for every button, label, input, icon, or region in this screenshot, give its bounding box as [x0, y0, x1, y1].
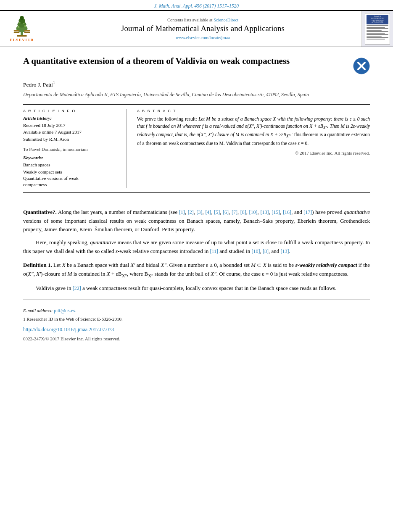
thumb-cover: Journal ofMATHEMATICALANALYSIS ANDAPPLIC… — [365, 13, 390, 45]
ref-7[interactable]: [7] — [232, 209, 237, 215]
ref-5[interactable]: [5] — [214, 209, 220, 215]
received-date: Received 18 July 2017 — [23, 122, 116, 129]
ref-16[interactable]: [16] — [283, 209, 291, 215]
dedication: To Paweł Domański, in memoriam — [23, 147, 116, 152]
ref-10[interactable]: [10] — [249, 209, 258, 215]
svg-rect-8 — [24, 32, 30, 33]
ref-3[interactable]: [3] — [197, 209, 203, 215]
column-divider — [126, 109, 127, 188]
ref-10b[interactable]: [10] — [251, 248, 260, 254]
thumb-line — [367, 34, 388, 35]
thumb-line — [367, 39, 385, 40]
keywords-section: Keywords: Banach spaces Weakly compact s… — [23, 155, 116, 188]
thumb-line — [367, 28, 388, 29]
doi-section: http://dx.doi.org/10.1016/j.jmaa.2017.07… — [0, 324, 393, 336]
keyword-1: Banach spaces — [23, 161, 116, 169]
svg-rect-1 — [17, 35, 26, 37]
footnote-rule — [23, 299, 370, 300]
ref-1[interactable]: [1] — [179, 209, 185, 215]
email-footnote: E-mail address: pitt@us.es. — [23, 307, 370, 314]
svg-point-5 — [20, 16, 24, 20]
keywords-title: Keywords: — [23, 155, 116, 160]
abstract-heading: A B S T R A C T — [137, 109, 370, 113]
and-text: and — [271, 248, 279, 254]
issn-line: 0022-247X/© 2017 Elsevier Inc. All right… — [0, 336, 393, 345]
article-info-heading: A R T I C L E I N F O — [23, 109, 116, 113]
article-title-text: A quantitative extension of a theorem of… — [23, 55, 353, 67]
thumb-line — [367, 25, 388, 26]
elsevier-logo: ELSEVIER — [0, 11, 44, 47]
footnotes: E-mail address: pitt@us.es. 1 Researcher… — [0, 304, 393, 323]
quantitative-italic: quantitative — [344, 209, 370, 215]
contents-available-line: Contents lists available at ScienceDirec… — [50, 18, 355, 22]
history-title: Article history: — [23, 116, 116, 121]
abstract-text: We prove the following result: Let M be … — [137, 116, 370, 147]
doi-link[interactable]: http://dx.doi.org/10.1016/j.jmaa.2017.07… — [23, 327, 114, 332]
affiliation: Departamento de Matemática Aplicada II, … — [23, 91, 370, 98]
journal-header-banner: ELSEVIER Contents lists available at Sci… — [0, 10, 393, 47]
email-label: E-mail address: — [23, 308, 54, 313]
thumb-line — [367, 31, 388, 32]
svg-point-13 — [23, 23, 24, 24]
math-X-prime: X′ — [131, 262, 135, 268]
ref-13[interactable]: [13] — [260, 209, 269, 215]
ref-13b[interactable]: [13] — [280, 248, 289, 254]
definition-1: Definition 1. Let X be a Banach space wi… — [23, 261, 370, 279]
elsevier-tree-icon — [9, 16, 34, 37]
svg-rect-9 — [24, 30, 30, 32]
ref-17[interactable]: [17] — [303, 209, 312, 215]
journal-title: Journal of Mathematical Analysis and App… — [50, 24, 355, 33]
sciencedirect-link[interactable]: ScienceDirect — [214, 18, 238, 22]
paragraph-quantitative: Quantitative?. Along the last years, a n… — [23, 208, 370, 234]
quantitative-italic-2: quantitative — [90, 239, 116, 245]
thumb-line — [367, 33, 385, 34]
journal-title-section: Contents lists available at ScienceDirec… — [44, 11, 361, 47]
journal-citation: J. Math. Anal. Appl. 456 (2017) 1517–152… — [0, 0, 393, 10]
article-header: A quantitative extension of a theorem of… — [0, 47, 393, 208]
epsilon-weak-label: ε-weakly relatively compact — [295, 262, 357, 268]
keyword-3: Quantitative versions of weakcompactness — [23, 175, 116, 188]
ref-8b[interactable]: [8] — [263, 248, 269, 254]
ref-2[interactable]: [2] — [188, 209, 194, 215]
thumb-title-bar: Journal ofMATHEMATICALANALYSIS ANDAPPLIC… — [367, 15, 388, 24]
math-M: M — [251, 262, 256, 268]
svg-point-10 — [18, 26, 19, 28]
ref-22[interactable]: [22] — [73, 285, 81, 291]
email-link[interactable]: pitt@us.es — [54, 308, 75, 313]
article-history: Article history: Received 18 July 2017 A… — [23, 116, 116, 143]
ref-8[interactable]: [8] — [240, 209, 246, 215]
thumb-line — [367, 37, 388, 38]
svg-point-12 — [19, 22, 21, 24]
journal-url[interactable]: www.elsevier.com/locate/jmaa — [50, 35, 355, 40]
crossmark-icon — [353, 58, 370, 74]
submitted-by: Submitted by R.M. Aron — [23, 136, 116, 143]
available-date: Available online 7 August 2017 — [23, 129, 116, 136]
definition-label: Definition 1. — [23, 262, 52, 268]
article-info-column: A R T I C L E I N F O Article history: R… — [23, 109, 116, 188]
page: J. Math. Anal. Appl. 456 (2017) 1517–152… — [0, 0, 393, 532]
svg-rect-6 — [14, 32, 19, 33]
svg-point-11 — [24, 25, 26, 27]
thumb-line — [367, 36, 382, 37]
author-line: Pedro J. Paúl1 — [23, 80, 370, 88]
ref-6[interactable]: [6] — [223, 209, 229, 215]
keyword-2: Weakly compact sets — [23, 169, 116, 176]
author-superscript: 1 — [53, 80, 55, 85]
thumb-content-lines — [367, 25, 388, 40]
ref-15[interactable]: [15] — [272, 209, 280, 215]
valdivia-paragraph: Valdivia gave in [22] a weak compactness… — [23, 284, 370, 293]
abstract-column: A B S T R A C T We prove the following r… — [137, 109, 370, 188]
author-name: Pedro J. Paúl — [23, 82, 53, 88]
svg-rect-7 — [14, 30, 19, 32]
ref-11[interactable]: [11] — [210, 248, 218, 254]
journal-thumbnail: Journal ofMATHEMATICALANALYSIS ANDAPPLIC… — [361, 11, 393, 47]
paragraph-here: Here, roughly speaking, quantitative mea… — [23, 238, 370, 256]
thumb-line — [367, 27, 385, 28]
ref-4[interactable]: [4] — [205, 209, 211, 215]
math-X2: X — [263, 262, 266, 268]
article-title-row: A quantitative extension of a theorem of… — [23, 55, 370, 74]
elsevier-wordmark: ELSEVIER — [10, 38, 34, 42]
article-info-abstract: A R T I C L E I N F O Article history: R… — [23, 104, 370, 193]
math-X-bidual: X″ — [161, 262, 166, 268]
researcher-id-footnote: 1 Researcher ID in the Web of Science: E… — [23, 316, 370, 323]
